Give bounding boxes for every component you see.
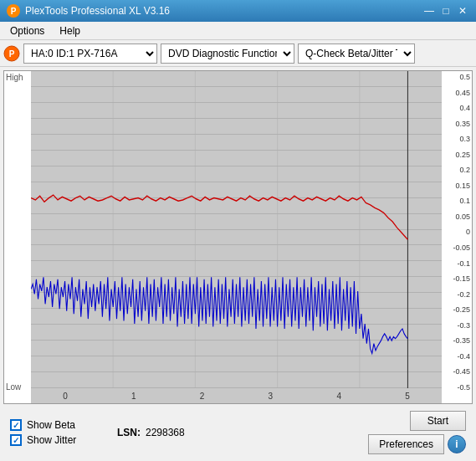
window-title: PlexTools Professional XL V3.16	[25, 5, 170, 17]
prefs-area: Preferences i	[368, 434, 466, 454]
svg-text:P: P	[9, 49, 15, 59]
show-jitter-checkbox[interactable]: ✓	[10, 434, 22, 446]
close-button[interactable]: ✕	[456, 4, 469, 18]
title-bar: P PlexTools Professional XL V3.16 — □ ✕	[0, 0, 476, 22]
y-right--0.05: -0.05	[443, 243, 470, 252]
y-right-0.35: 0.35	[443, 120, 470, 128]
main-content: High Low	[0, 67, 476, 461]
y-right-0.05: 0.05	[443, 213, 470, 221]
info-button[interactable]: i	[448, 435, 466, 453]
x-label-3: 3	[269, 392, 274, 401]
y-right--0.15: -0.15	[443, 274, 470, 283]
preferences-button[interactable]: Preferences	[368, 434, 444, 454]
show-beta-label: Show Beta	[27, 419, 75, 431]
y-right-0: 0	[443, 228, 470, 236]
y-right-0.2: 0.2	[443, 166, 470, 174]
y-right--0.35: -0.35	[443, 336, 470, 345]
device-select[interactable]: HA:0 ID:1 PX-716A	[23, 44, 157, 64]
lsn-area: LSN: 2298368	[104, 427, 185, 438]
title-bar-left: P PlexTools Professional XL V3.16	[7, 4, 170, 18]
y-right-0.3: 0.3	[443, 135, 470, 143]
y-right--0.25: -0.25	[443, 305, 470, 314]
chart-area: High Low	[3, 70, 473, 404]
menu-help[interactable]: Help	[53, 23, 87, 38]
y-right-0.1: 0.1	[443, 197, 470, 205]
show-jitter-row: ✓ Show Jitter	[10, 434, 97, 446]
menu-options[interactable]: Options	[3, 23, 51, 38]
x-label-4: 4	[336, 392, 341, 401]
y-right-0.4: 0.4	[443, 104, 470, 112]
y-label-high: High	[6, 73, 29, 82]
y-right--0.5: -0.5	[443, 383, 470, 392]
function-select[interactable]: DVD Diagnostic Functions	[161, 44, 294, 64]
y-right--0.1: -0.1	[443, 259, 470, 268]
menu-bar: Options Help	[0, 22, 476, 40]
x-label-5: 5	[405, 392, 410, 401]
chart-svg	[31, 71, 442, 388]
x-label-0: 0	[63, 392, 68, 401]
test-select[interactable]: Q-Check Beta/Jitter Test	[298, 44, 415, 64]
y-right--0.2: -0.2	[443, 290, 470, 299]
checkboxes: ✓ Show Beta ✓ Show Jitter	[3, 416, 104, 449]
show-jitter-label: Show Jitter	[27, 434, 76, 446]
button-area: Start Preferences i	[368, 411, 473, 454]
bottom-panel: ✓ Show Beta ✓ Show Jitter LSN: 2298368 S…	[3, 407, 473, 458]
x-axis: 0 1 2 3 4 5	[31, 388, 442, 403]
show-jitter-check: ✓	[13, 436, 19, 445]
start-button[interactable]: Start	[410, 411, 466, 431]
show-beta-check: ✓	[13, 421, 19, 430]
minimize-button[interactable]: —	[422, 4, 436, 18]
y-right-0.45: 0.45	[443, 89, 470, 97]
show-beta-checkbox[interactable]: ✓	[10, 419, 22, 431]
title-controls: — □ ✕	[422, 4, 469, 18]
maximize-button[interactable]: □	[439, 4, 453, 18]
y-right-0.15: 0.15	[443, 182, 470, 190]
chart-canvas: 0 1 2 3 4 5	[31, 71, 442, 403]
y-right-0.5: 0.5	[443, 73, 470, 81]
lsn-value: 2298368	[146, 427, 185, 438]
x-label-2: 2	[200, 392, 205, 401]
y-label-low: Low	[6, 382, 29, 392]
y-axis-right: 0.5 0.45 0.4 0.35 0.3 0.25 0.2 0.15 0.1 …	[442, 71, 472, 403]
device-icon: P	[3, 45, 20, 62]
y-axis-left: High Low	[4, 71, 31, 403]
lsn-label: LSN:	[117, 427, 141, 438]
x-label-1: 1	[131, 392, 136, 401]
toolbar: P HA:0 ID:1 PX-716A DVD Diagnostic Funct…	[0, 40, 476, 67]
y-right--0.3: -0.3	[443, 321, 470, 330]
y-right--0.4: -0.4	[443, 352, 470, 361]
y-right-0.25: 0.25	[443, 151, 470, 159]
app-icon: P	[7, 4, 20, 18]
show-beta-row: ✓ Show Beta	[10, 419, 97, 431]
y-right--0.45: -0.45	[443, 367, 470, 376]
